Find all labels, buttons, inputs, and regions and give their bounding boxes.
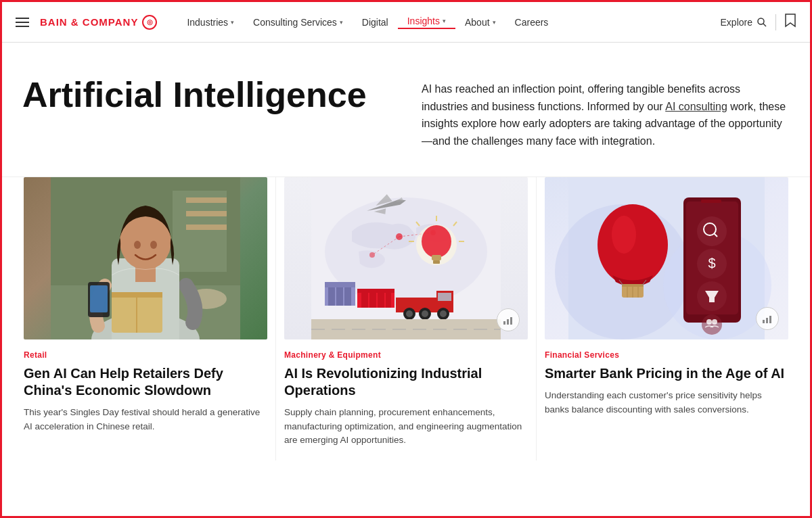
svg-rect-86 — [766, 318, 768, 323]
nav-digital[interactable]: Digital — [353, 17, 398, 28]
card-excerpt-3: Understanding each customer's price sens… — [545, 389, 788, 417]
svg-point-18 — [150, 241, 157, 249]
logo-link[interactable]: BAIN & COMPANY ◎ — [40, 15, 157, 30]
article-card-3: $ Financial Services Smar — [537, 177, 796, 461]
svg-rect-87 — [769, 316, 771, 323]
svg-point-82 — [702, 314, 722, 335]
nav-careers[interactable]: Careers — [505, 17, 558, 28]
svg-rect-30 — [433, 260, 440, 264]
nav-insights[interactable]: Insights ▾ — [398, 16, 455, 29]
hero-section: Artificial Intelligence AI has reached a… — [2, 43, 810, 176]
svg-rect-45 — [378, 293, 384, 308]
svg-point-0 — [758, 18, 764, 24]
hero-title: Artificial Intelligence — [22, 76, 401, 114]
card-title-1[interactable]: Gen AI Can Help Retailers Defy China's E… — [24, 365, 267, 399]
insights-arrow: ▾ — [443, 18, 446, 24]
nav-right: Explore — [721, 13, 796, 31]
hamburger-menu[interactable] — [16, 18, 29, 27]
card-category-2: Machinery & Equipment — [284, 350, 528, 360]
svg-rect-47 — [396, 298, 443, 312]
svg-rect-40 — [344, 287, 351, 306]
svg-rect-15 — [90, 285, 108, 312]
industries-arrow: ▾ — [231, 19, 234, 26]
ai-consulting-link[interactable]: AI consulting — [665, 101, 727, 112]
bookmark-svg — [784, 13, 796, 28]
article-card-1: Retail Gen AI Can Help Retailers Defy Ch… — [16, 177, 276, 461]
svg-rect-19 — [135, 265, 156, 282]
articles-grid: Retail Gen AI Can Help Retailers Defy Ch… — [2, 176, 810, 461]
svg-rect-60 — [510, 317, 512, 325]
nav-about[interactable]: About ▾ — [455, 17, 505, 28]
svg-rect-42 — [357, 289, 394, 293]
hero-title-area: Artificial Intelligence — [22, 76, 401, 114]
chart-icon-2 — [503, 314, 514, 325]
chart-icon-3 — [762, 313, 773, 324]
logo-text: BAIN & COMPANY — [40, 16, 138, 28]
svg-rect-43 — [361, 293, 368, 308]
svg-rect-5 — [186, 197, 227, 203]
svg-point-84 — [712, 319, 717, 325]
consulting-arrow: ▾ — [340, 19, 343, 26]
financial-illustration: $ — [545, 177, 788, 339]
bookmark-icon[interactable] — [784, 13, 796, 31]
svg-rect-49 — [438, 293, 451, 301]
logo-icon: ◎ — [142, 15, 157, 30]
svg-rect-7 — [186, 225, 227, 230]
svg-rect-38 — [328, 287, 335, 306]
nav-consulting[interactable]: Consulting Services ▾ — [244, 17, 353, 28]
nav-links: Industries ▾ Consulting Services ▾ Digit… — [177, 16, 720, 29]
explore-button[interactable]: Explore — [721, 17, 767, 28]
svg-rect-46 — [386, 293, 391, 308]
svg-text:$: $ — [708, 256, 715, 270]
nav-industries[interactable]: Industries ▾ — [177, 17, 244, 28]
nav-divider — [775, 14, 776, 30]
svg-rect-44 — [369, 293, 376, 308]
search-icon — [757, 17, 767, 28]
svg-rect-6 — [186, 211, 227, 216]
svg-point-53 — [422, 310, 428, 317]
industrial-illustration — [284, 177, 528, 339]
card-image-1[interactable] — [24, 177, 267, 339]
svg-rect-29 — [432, 255, 441, 260]
svg-point-76 — [697, 216, 727, 246]
retail-photo — [24, 177, 267, 339]
main-nav: BAIN & COMPANY ◎ Industries ▾ Consulting… — [2, 2, 810, 43]
hero-description-area: AI has reached an inflection point, offe… — [401, 76, 790, 149]
svg-line-1 — [763, 24, 766, 26]
card-category-1: Retail — [24, 350, 267, 360]
article-card-2: Machinery & Equipment AI Is Revolutioniz… — [276, 177, 537, 461]
card-image-2[interactable] — [284, 177, 528, 339]
card-title-3[interactable]: Smarter Bank Pricing in the Age of AI — [545, 365, 788, 382]
svg-point-28 — [422, 225, 451, 258]
about-arrow: ▾ — [493, 19, 496, 26]
svg-rect-39 — [336, 287, 343, 306]
svg-rect-59 — [507, 319, 509, 325]
hero-description: AI has reached an inflection point, offe… — [422, 80, 790, 149]
svg-rect-37 — [325, 282, 355, 287]
svg-rect-85 — [763, 320, 765, 323]
card-excerpt-2: Supply chain planning, procurement enhan… — [284, 406, 528, 447]
svg-rect-58 — [503, 321, 505, 325]
svg-point-17 — [134, 241, 141, 249]
svg-point-55 — [440, 310, 447, 317]
svg-point-65 — [612, 216, 636, 254]
card-title-2[interactable]: AI Is Revolutionizing Industrial Operati… — [284, 365, 528, 399]
svg-point-51 — [406, 310, 413, 317]
card-category-3: Financial Services — [545, 350, 788, 360]
card-excerpt-1: This year's Singles Day festival should … — [24, 406, 267, 433]
card-image-3[interactable]: $ — [545, 177, 788, 339]
svg-point-83 — [706, 319, 712, 325]
svg-rect-75 — [701, 199, 721, 203]
